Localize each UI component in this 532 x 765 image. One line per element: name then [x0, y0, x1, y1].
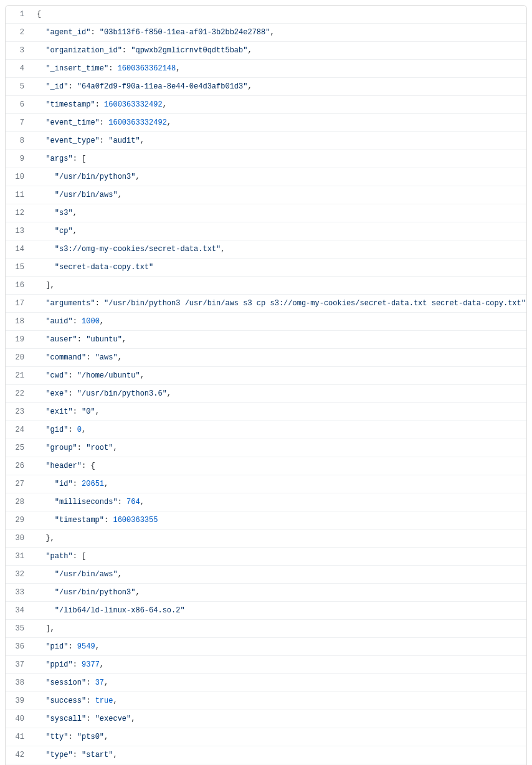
code-row: 42 "type": "start",	[6, 746, 527, 764]
line-content[interactable]: "_id": "64a0f2d9-f90a-11ea-8e44-0e4d3afb…	[31, 78, 527, 96]
line-content[interactable]: "/usr/bin/python3",	[31, 168, 527, 186]
line-content[interactable]: "agent_id": "03b113f6-f850-11ea-af01-3b2…	[31, 24, 527, 42]
line-number[interactable]: 30	[6, 530, 31, 548]
line-number[interactable]: 19	[6, 331, 31, 349]
line-content[interactable]: "args": [	[31, 150, 527, 168]
line-content[interactable]: "pid": 9549,	[31, 638, 527, 656]
code-row: 21 "cwd": "/home/ubuntu",	[6, 367, 527, 385]
line-content[interactable]: "secret-data-copy.txt"	[31, 259, 527, 277]
line-number[interactable]: 34	[6, 602, 31, 620]
code-row: 41 "tty": "pts0",	[6, 728, 527, 746]
line-content[interactable]: "cp",	[31, 222, 527, 240]
line-content[interactable]: "path": [	[31, 548, 527, 566]
line-content[interactable]: "success": true,	[31, 692, 527, 710]
line-number[interactable]: 13	[6, 222, 31, 240]
line-content[interactable]: "_insert_time": 1600363362148,	[31, 60, 527, 78]
line-content[interactable]: "s3",	[31, 204, 527, 222]
line-content[interactable]: },	[31, 530, 527, 548]
line-number[interactable]: 10	[6, 168, 31, 186]
line-number[interactable]: 38	[6, 674, 31, 692]
line-number[interactable]: 15	[6, 259, 31, 277]
line-number[interactable]: 35	[6, 620, 31, 638]
code-row: 32 "/usr/bin/aws",	[6, 566, 527, 584]
line-content[interactable]: "group": "root",	[31, 439, 527, 457]
line-content[interactable]: "organization_id": "qpwxb2gmlicrnvt0qdtt…	[31, 42, 527, 60]
line-number[interactable]: 41	[6, 728, 31, 746]
line-number[interactable]: 4	[6, 60, 31, 78]
line-number[interactable]: 33	[6, 584, 31, 602]
line-number[interactable]: 1	[6, 6, 31, 24]
line-number[interactable]: 12	[6, 204, 31, 222]
code-row: 27 "id": 20651,	[6, 475, 527, 493]
code-row: 25 "group": "root",	[6, 439, 527, 457]
line-number[interactable]: 7	[6, 114, 31, 132]
line-content[interactable]: "event_type": "audit",	[31, 132, 527, 150]
line-number[interactable]: 17	[6, 295, 31, 313]
line-number[interactable]: 29	[6, 511, 31, 530]
code-row: 5 "_id": "64a0f2d9-f90a-11ea-8e44-0e4d3a…	[6, 78, 527, 96]
line-number[interactable]: 6	[6, 96, 31, 114]
code-row: 2 "agent_id": "03b113f6-f850-11ea-af01-3…	[6, 24, 527, 42]
code-row: 26 "header": {	[6, 457, 527, 475]
line-number[interactable]: 14	[6, 240, 31, 259]
line-content[interactable]: "event_time": 1600363332492,	[31, 114, 527, 132]
line-number[interactable]: 16	[6, 277, 31, 295]
line-number[interactable]: 11	[6, 186, 31, 204]
line-content[interactable]: "id": 20651,	[31, 475, 527, 493]
line-content[interactable]: "timestamp": 1600363332492,	[31, 96, 527, 114]
line-content[interactable]: "/usr/bin/python3",	[31, 584, 527, 602]
line-content[interactable]: "s3://omg-my-cookies/secret-data.txt",	[31, 240, 527, 259]
line-content[interactable]: "/lib64/ld-linux-x86-64.so.2"	[31, 602, 527, 620]
line-content[interactable]: "exit": "0",	[31, 403, 527, 421]
code-row: 30 },	[6, 530, 527, 548]
line-number[interactable]: 22	[6, 385, 31, 403]
code-row: 9 "args": [	[6, 150, 527, 168]
line-content[interactable]: ],	[31, 620, 527, 638]
line-content[interactable]: "auser": "ubuntu",	[31, 331, 527, 349]
line-number[interactable]: 18	[6, 313, 31, 331]
line-number[interactable]: 23	[6, 403, 31, 421]
line-number[interactable]: 9	[6, 150, 31, 168]
line-content[interactable]: "gid": 0,	[31, 421, 527, 439]
line-number[interactable]: 2	[6, 24, 31, 42]
line-number[interactable]: 37	[6, 656, 31, 674]
line-number[interactable]: 5	[6, 78, 31, 96]
line-number[interactable]: 28	[6, 493, 31, 511]
line-content[interactable]: "auid": 1000,	[31, 313, 527, 331]
line-content[interactable]: "/usr/bin/aws",	[31, 566, 527, 584]
line-number[interactable]: 26	[6, 457, 31, 475]
gist-container: 1{2 "agent_id": "03b113f6-f850-11ea-af01…	[5, 5, 527, 765]
line-content[interactable]: ],	[31, 277, 527, 295]
line-number[interactable]: 24	[6, 421, 31, 439]
code-row: 1{	[6, 6, 527, 24]
line-content[interactable]: "arguments": "/usr/bin/python3 /usr/bin/…	[31, 295, 527, 313]
line-number[interactable]: 36	[6, 638, 31, 656]
line-number[interactable]: 20	[6, 349, 31, 367]
line-content[interactable]: "exe": "/usr/bin/python3.6",	[31, 385, 527, 403]
code-row: 28 "milliseconds": 764,	[6, 493, 527, 511]
line-number[interactable]: 42	[6, 746, 31, 764]
line-number[interactable]: 27	[6, 475, 31, 493]
line-number[interactable]: 39	[6, 692, 31, 710]
line-content[interactable]: "ppid": 9377,	[31, 656, 527, 674]
line-number[interactable]: 3	[6, 42, 31, 60]
line-content[interactable]: "type": "start",	[31, 746, 527, 764]
line-content[interactable]: "/usr/bin/aws",	[31, 186, 527, 204]
line-content[interactable]: "syscall": "execve",	[31, 710, 527, 728]
code-row: 29 "timestamp": 1600363355	[6, 511, 527, 530]
line-number[interactable]: 32	[6, 566, 31, 584]
line-number[interactable]: 40	[6, 710, 31, 728]
line-number[interactable]: 21	[6, 367, 31, 385]
line-number[interactable]: 31	[6, 548, 31, 566]
line-content[interactable]: "header": {	[31, 457, 527, 475]
line-content[interactable]: "session": 37,	[31, 674, 527, 692]
line-content[interactable]: "command": "aws",	[31, 349, 527, 367]
line-content[interactable]: "milliseconds": 764,	[31, 493, 527, 511]
line-number[interactable]: 8	[6, 132, 31, 150]
code-row: 38 "session": 37,	[6, 674, 527, 692]
line-number[interactable]: 25	[6, 439, 31, 457]
line-content[interactable]: "tty": "pts0",	[31, 728, 527, 746]
line-content[interactable]: "cwd": "/home/ubuntu",	[31, 367, 527, 385]
line-content[interactable]: "timestamp": 1600363355	[31, 511, 527, 530]
line-content[interactable]: {	[31, 6, 527, 24]
